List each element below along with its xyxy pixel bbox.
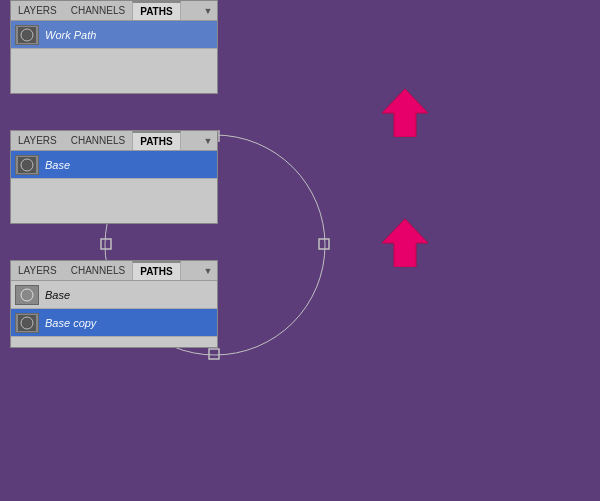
path-icon-base <box>15 155 39 175</box>
panel-1: LAYERS CHANNELS PATHS ▼ Work Path <box>10 0 218 94</box>
path-label-base: Base <box>45 159 70 171</box>
panel-3-body: Base Base copy <box>11 281 217 337</box>
tab-channels-2[interactable]: CHANNELS <box>64 131 132 150</box>
path-icon-base-3 <box>15 285 39 305</box>
panel-1-tabs: LAYERS CHANNELS PATHS ▼ <box>11 1 217 21</box>
tab-channels-1[interactable]: CHANNELS <box>64 1 132 20</box>
path-label-base-copy: Base copy <box>45 317 96 329</box>
path-row-base-3[interactable]: Base <box>11 281 217 309</box>
tab-paths-1[interactable]: PATHS <box>132 1 180 20</box>
svg-rect-2 <box>101 239 111 249</box>
tab-paths-2[interactable]: PATHS <box>132 131 180 150</box>
path-label-base-3: Base <box>45 289 70 301</box>
path-icon-workpath <box>15 25 39 45</box>
panel-3: LAYERS CHANNELS PATHS ▼ Base Base copy <box>10 260 218 348</box>
svg-rect-4 <box>209 349 219 359</box>
tab-layers-1[interactable]: LAYERS <box>11 1 64 20</box>
panel-3-tabs: LAYERS CHANNELS PATHS ▼ <box>11 261 217 281</box>
path-icon-base-copy <box>15 313 39 333</box>
panel-2-body: Base <box>11 151 217 201</box>
svg-rect-3 <box>319 239 329 249</box>
panel-2-tabs: LAYERS CHANNELS PATHS ▼ <box>11 131 217 151</box>
path-row-base[interactable]: Base <box>11 151 217 179</box>
path-row-base-copy[interactable]: Base copy <box>11 309 217 337</box>
tab-layers-2[interactable]: LAYERS <box>11 131 64 150</box>
panel-2: LAYERS CHANNELS PATHS ▼ Base <box>10 130 218 224</box>
tab-layers-3[interactable]: LAYERS <box>11 261 64 280</box>
path-label-workpath: Work Path <box>45 29 96 41</box>
arrow-down-1 <box>380 88 430 138</box>
panel-menu-btn-2[interactable]: ▼ <box>201 134 215 148</box>
path-row-workpath[interactable]: Work Path <box>11 21 217 49</box>
panel-menu-btn-3[interactable]: ▼ <box>201 264 215 278</box>
panel-1-body: Work Path <box>11 21 217 71</box>
tab-channels-3[interactable]: CHANNELS <box>64 261 132 280</box>
arrow-down-2 <box>380 218 430 268</box>
tab-paths-3[interactable]: PATHS <box>132 261 180 280</box>
panel-menu-btn-1[interactable]: ▼ <box>201 4 215 18</box>
svg-marker-5 <box>382 89 428 137</box>
svg-marker-6 <box>382 219 428 267</box>
